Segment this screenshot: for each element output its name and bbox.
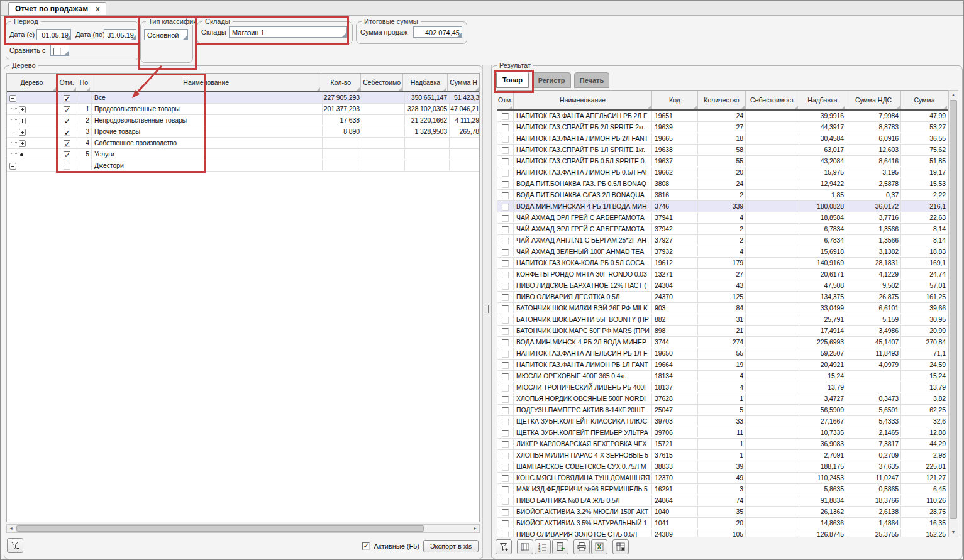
table-row[interactable]: НАПИТОК ГАЗ.СПРАЙТ РБ 2Л SPRITE 2кг.1963…	[497, 122, 948, 133]
column-header-vat[interactable]: Сумма НДС	[846, 91, 901, 109]
column-header-num[interactable]: По	[77, 74, 92, 91]
scroll-right-icon[interactable]: ►	[471, 525, 479, 532]
active-f5-checkbox[interactable]	[362, 542, 370, 550]
table-row[interactable]: ЛИКЕР КАРЛОВАРСКАЯ БЕХЕРОВКА ЧЕХ15721136…	[497, 439, 948, 450]
export-xls-button[interactable]: Экспорт в xls	[423, 540, 479, 552]
column-header-tree[interactable]: Дерево	[7, 74, 57, 91]
row-checkbox[interactable]	[502, 407, 509, 414]
tab-tovar[interactable]: Товар	[496, 71, 529, 88]
row-mark-cell[interactable]	[497, 382, 514, 392]
row-name-cell[interactable]: ВОДА ПИТ.БОНАКВА С/ГАЗ 2Л BONAQUA	[514, 190, 652, 200]
tree-name-cell[interactable]: Прочие товары	[92, 126, 323, 136]
table-row[interactable]: БАТОНЧИК ШОК.МИЛКИ ВЭЙ 26Г РФ MILK903843…	[497, 303, 948, 314]
row-name-cell[interactable]: МЮСЛИ ОРЕХОВЫЕ 400Г 365 0.4кг.	[514, 371, 652, 381]
table-row[interactable]: ЧАЙ АХМАД ЭРЛ ГРЕЙ С АР.БЕРГАМОТА3794141…	[497, 212, 948, 224]
row-checkbox[interactable]	[502, 509, 509, 516]
tree-mark-cell[interactable]	[57, 92, 77, 102]
row-checkbox[interactable]	[502, 441, 509, 448]
table-row[interactable]: ЩЕТКА ЗУБН.КОЛГЕЙТ КЛАССИКА ПЛЮС39703332…	[497, 416, 948, 427]
row-checkbox[interactable]	[502, 283, 509, 290]
row-checkbox[interactable]	[502, 351, 509, 358]
expand-icon[interactable]	[19, 140, 26, 147]
row-checkbox[interactable]	[502, 147, 509, 154]
clear-grid-button[interactable]	[612, 539, 629, 554]
row-name-cell[interactable]: ХЛОПЬЯ МИЛИН ПАРАС 4-Х ЗЕРНОВЫЕ 5	[514, 450, 652, 460]
column-header-mark[interactable]: Отм.	[57, 74, 77, 91]
tree-name-cell[interactable]: Услуги	[92, 149, 323, 159]
row-checkbox[interactable]	[502, 305, 509, 312]
hscroll-thumb[interactable]	[16, 525, 424, 532]
row-mark-cell[interactable]	[497, 337, 514, 347]
table-row[interactable]: ВОДА ПИТ.БОНАКВА С/ГАЗ 2Л BONAQUA381621,…	[497, 190, 948, 201]
row-checkbox[interactable]	[502, 453, 509, 459]
column-header-name[interactable]: Наименование	[91, 74, 321, 91]
tree-row[interactable]: 4Собственное производство	[7, 138, 479, 149]
row-mark-cell[interactable]	[497, 427, 514, 437]
table-row[interactable]: МЮСЛИ ТРОПИЧЕСКИЙ ЛИВЕНЬ РБ 400Г18137413…	[497, 382, 948, 393]
row-checkbox[interactable]	[502, 136, 509, 143]
expand-icon[interactable]	[19, 118, 26, 124]
column-header-cost[interactable]: Себестоимост	[746, 91, 799, 109]
row-mark-cell[interactable]	[497, 145, 514, 155]
row-mark-cell[interactable]	[497, 507, 514, 517]
row-name-cell[interactable]: ПОДГУЗН.ПАМПЕРС АКТИВ 8-14КГ 20ШТ	[514, 405, 652, 415]
warehouses-combo[interactable]: Магазин 1	[229, 26, 347, 38]
tree-row-checkbox[interactable]	[64, 163, 70, 170]
row-mark-cell[interactable]	[497, 156, 514, 166]
table-row[interactable]: НАПИТОК ГАЗ.ФАНТА ЛИМОН РБ 0.5Л FAI19662…	[497, 167, 948, 178]
row-mark-cell[interactable]	[497, 461, 514, 471]
row-name-cell[interactable]: НАПИТОК ГАЗ.ФАНТА АПЕЛЬСИН РБ 1Л F	[514, 348, 652, 358]
compare-checkbox[interactable]	[53, 48, 61, 55]
row-mark-cell[interactable]	[497, 133, 514, 143]
row-mark-cell[interactable]	[497, 360, 514, 370]
tree-row-checkbox[interactable]	[64, 95, 70, 102]
expand-icon[interactable]	[19, 106, 26, 113]
export-excel-button[interactable]: X	[591, 539, 607, 554]
table-row[interactable]: ЧАЙ АХМАД АНГЛ.N1 С БЕРГАМ.25*2Г АН37927…	[497, 235, 948, 246]
column-header-sum[interactable]: Сумма	[901, 91, 948, 109]
tree-row-checkbox[interactable]	[64, 140, 70, 147]
tree-expander-cell[interactable]	[7, 92, 57, 102]
row-mark-cell[interactable]	[497, 246, 514, 256]
row-mark-cell[interactable]	[497, 314, 514, 324]
table-row[interactable]: ХЛОПЬЯ НОРДИК ОВСЯНЫЕ 500Г NORDI3762813,…	[497, 393, 948, 405]
row-name-cell[interactable]: ПИВО ОЛИВАРИЯ ДЕСЯТКА 0.5Л	[514, 292, 652, 302]
row-mark-cell[interactable]	[497, 224, 514, 234]
row-mark-cell[interactable]	[497, 212, 514, 222]
row-mark-cell[interactable]	[497, 280, 514, 290]
row-mark-cell[interactable]	[497, 269, 514, 279]
tree-mark-cell[interactable]	[57, 104, 77, 114]
close-tab-icon[interactable]: x	[96, 4, 100, 13]
table-row[interactable]: ХЛОПЬЯ МИЛИН ПАРАС 4-Х ЗЕРНОВЫЕ 53761512…	[497, 450, 948, 461]
row-checkbox[interactable]	[502, 181, 509, 188]
vscroll-thumb[interactable]	[950, 100, 957, 519]
tree-name-cell[interactable]: Непродовольственные товары	[92, 115, 323, 125]
row-mark-cell[interactable]	[497, 405, 514, 415]
row-mark-cell[interactable]	[497, 371, 514, 381]
row-checkbox[interactable]	[502, 464, 509, 471]
result-vscrollbar[interactable]: ▲ ▼	[948, 90, 958, 537]
tree-mark-cell[interactable]	[57, 160, 77, 170]
row-name-cell[interactable]: ЧАЙ АХМАД ЭРЛ ГРЕЙ С АР.БЕРГАМОТА	[514, 224, 652, 234]
table-row[interactable]: ПИВО ЛИДСКОЕ БАРХАТНОЕ 12% ПАСТ (2430443…	[497, 280, 948, 292]
table-row[interactable]: БИОЙОГ.АКТИВИА 3.2% МЮСЛИ 150Г АКТ104035…	[497, 507, 948, 518]
row-name-cell[interactable]: ШАМПАНСКОЕ СОВЕТСКОЕ СУХ 0.75Л М	[514, 461, 652, 471]
row-name-cell[interactable]: НАПИТОК ГАЗ.СПРАЙТ РБ 1Л SPRITE 1кг.	[514, 145, 652, 155]
table-row[interactable]: НАПИТОК ГАЗ.КОКА-КОЛА РБ 0.5Л COCA196121…	[497, 258, 948, 269]
tree-mark-cell[interactable]	[57, 126, 77, 136]
tree-mark-cell[interactable]	[57, 115, 77, 125]
table-row[interactable]: НАПИТОК ГАЗ.ФАНТА АПЕЛЬСИН РБ 1Л F196505…	[497, 348, 948, 360]
table-row[interactable]: КОНФЕТЫ РОНДО МЯТА 30Г RONDO 0.031327127…	[497, 269, 948, 280]
row-mark-cell[interactable]	[497, 235, 514, 245]
row-checkbox[interactable]	[502, 113, 509, 120]
scroll-down-icon[interactable]: ▼	[949, 529, 958, 536]
tree-row[interactable]: 2Непродовольственные товары17 63821 220,…	[7, 115, 479, 126]
print-button[interactable]	[573, 539, 590, 554]
row-mark-cell[interactable]	[497, 326, 514, 336]
table-row[interactable]: ЧАЙ АХМАД ЗЕЛЕНЫЙ 100Г AHMAD TEA37932415…	[497, 246, 948, 258]
row-mark-cell[interactable]	[497, 348, 514, 358]
classifier-combo[interactable]: Основной	[144, 29, 188, 40]
row-mark-cell[interactable]	[497, 393, 514, 404]
table-row[interactable]: НАПИТОК ГАЗ.ФАНТА ЛИМОН РБ 2Л FANT196651…	[497, 133, 948, 145]
row-checkbox[interactable]	[502, 215, 509, 222]
